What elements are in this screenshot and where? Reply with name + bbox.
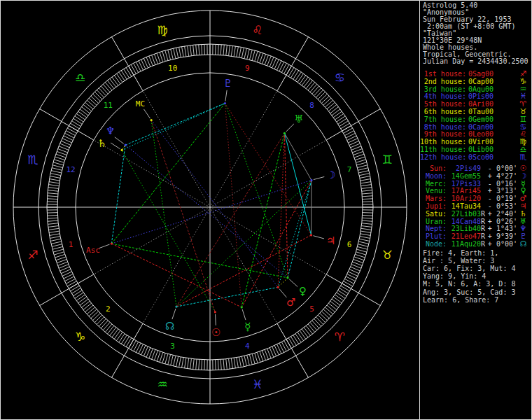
degree-tick xyxy=(255,353,258,363)
degree-tick xyxy=(48,218,58,218)
planet-row-sun: Sun:2Pis49- 0°00'☉ xyxy=(420,164,531,172)
wheel-planet-satu-icon: ♄ xyxy=(97,137,106,150)
degree-tick xyxy=(341,286,350,291)
house-number-7: 7 xyxy=(347,165,352,174)
degree-tick xyxy=(110,78,116,87)
degree-tick xyxy=(302,329,308,337)
degree-tick xyxy=(168,355,171,365)
degree-tick xyxy=(119,72,125,80)
degree-tick xyxy=(260,53,263,63)
degree-tick xyxy=(360,176,370,178)
degree-tick xyxy=(360,234,371,236)
house-number-3: 3 xyxy=(170,342,175,351)
degree-tick xyxy=(361,188,372,189)
degree-tick xyxy=(176,48,178,58)
house-number-12: 12 xyxy=(66,165,75,174)
degree-tick xyxy=(48,223,58,225)
moon-degree-dot xyxy=(310,179,312,181)
degree-tick xyxy=(323,98,331,105)
degree-tick xyxy=(288,338,294,347)
degree-tick xyxy=(89,98,97,105)
wheel-angle-label-mc: MC xyxy=(136,99,145,108)
degree-tick xyxy=(226,359,227,370)
planet-position-value: 23Lib40 xyxy=(448,225,481,232)
degree-tick xyxy=(340,121,349,127)
planet-position-value: 10Ari20 xyxy=(448,195,481,202)
aspect-line-mc-tri-node xyxy=(151,120,176,307)
house-cusp-value: 0Cap00 xyxy=(468,78,510,85)
house-label: 1st house: xyxy=(420,70,466,78)
degree-tick xyxy=(255,51,258,61)
degree-tick xyxy=(359,239,370,241)
astrolog-window: ♈♉♊♋♌♍♎♏♐♑♒♓123456789101112☉☽☿♀♂♃♄♅♆♇☊As… xyxy=(0,0,532,420)
wheel-planet-venu-icon: ♀ xyxy=(299,285,307,298)
degree-tick xyxy=(185,46,186,57)
degree-tick xyxy=(362,193,372,194)
degree-tick xyxy=(193,45,195,55)
house-cusp-value: 0Vir00 xyxy=(468,138,510,146)
degree-tick xyxy=(70,123,79,129)
mc-pointer-line xyxy=(144,109,150,118)
house-label: 10th house: xyxy=(420,138,466,146)
degree-tick xyxy=(48,228,59,230)
degree-tick xyxy=(112,77,118,85)
house-row-12: 12th house:0Sco00♏ xyxy=(420,153,531,161)
stats-line-6: Ang: 3, Suc: 5, Cad: 3 xyxy=(423,289,515,296)
satu-degree-dot xyxy=(121,149,123,151)
degree-tick xyxy=(47,199,57,200)
planet-label: Plut: xyxy=(420,232,447,240)
degree-tick xyxy=(53,249,63,252)
degree-tick xyxy=(80,299,88,305)
degree-tick xyxy=(220,359,221,370)
degree-tick xyxy=(50,176,60,178)
degree-tick xyxy=(57,260,66,263)
degree-tick xyxy=(327,102,335,109)
planet-velocity: - 0°00' xyxy=(486,164,517,172)
degree-tick xyxy=(182,358,184,368)
degree-tick xyxy=(318,315,326,323)
planet-velocity: - 0°53' xyxy=(486,202,517,210)
degree-tick xyxy=(48,193,58,194)
planet-label: Sun: xyxy=(420,164,447,172)
degree-tick xyxy=(49,182,59,183)
retrograde-flag: R xyxy=(481,218,486,225)
degree-tick xyxy=(306,326,312,334)
degree-tick xyxy=(357,249,367,252)
degree-tick xyxy=(92,313,100,320)
aries-sign-icon: ♈ xyxy=(335,330,345,344)
degree-tick xyxy=(314,318,321,326)
wheel-planet-moon-icon: ☽ xyxy=(326,169,335,181)
aspect-line-node-sex-mars xyxy=(176,287,278,307)
degree-tick xyxy=(188,46,189,56)
degree-tick xyxy=(91,312,99,318)
degree-tick xyxy=(338,290,347,296)
degree-tick xyxy=(308,83,315,90)
degree-tick xyxy=(249,50,252,59)
degree-tick xyxy=(354,151,363,155)
degree-tick xyxy=(119,334,125,342)
degree-tick xyxy=(76,113,85,120)
house-cusp-ray xyxy=(210,91,277,207)
planet-velocity: + 0°00' xyxy=(486,240,517,248)
degree-tick xyxy=(80,109,88,115)
♏-sign-icon: ♏ xyxy=(519,153,528,161)
degree-tick xyxy=(360,237,370,239)
degree-tick xyxy=(116,74,122,82)
degree-tick xyxy=(231,358,232,369)
degree-tick xyxy=(94,315,102,323)
degree-tick xyxy=(249,355,252,365)
aspect-line-moon-sex-venu xyxy=(288,180,312,277)
degree-tick xyxy=(360,231,371,232)
degree-tick xyxy=(54,252,64,255)
degree-tick xyxy=(78,111,86,118)
planet-row-node: Node:11Aqu20R+ 0°00'☊ xyxy=(420,240,531,248)
mars-degree-dot xyxy=(276,286,279,288)
degree-tick xyxy=(47,215,57,216)
stats-line-1: Fire: 4, Earth: 1, xyxy=(423,250,498,257)
degree-tick xyxy=(218,360,218,370)
degree-tick xyxy=(310,323,317,330)
planet-label: Node: xyxy=(420,240,447,248)
degree-tick xyxy=(101,321,108,328)
planet-position-value: 14Can48 xyxy=(448,218,481,225)
degree-tick xyxy=(323,309,331,316)
